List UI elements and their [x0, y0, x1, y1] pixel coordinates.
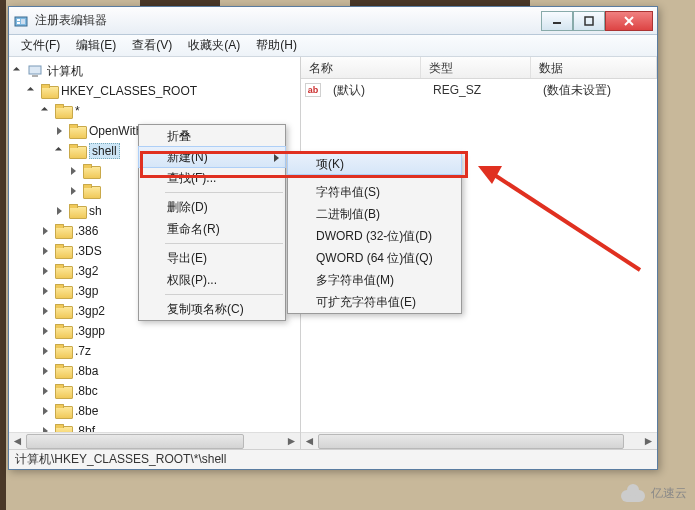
- window-title: 注册表编辑器: [35, 12, 541, 29]
- separator: [165, 243, 283, 244]
- ctx-permissions[interactable]: 权限(P)...: [139, 269, 285, 291]
- tree-label: .8bc: [75, 384, 98, 398]
- tree-label: .3gp2: [75, 304, 105, 318]
- scroll-left-icon[interactable]: ◄: [9, 434, 26, 449]
- menu-file[interactable]: 文件(F): [13, 35, 68, 56]
- svg-rect-2: [17, 22, 20, 24]
- twisty-icon[interactable]: [41, 325, 53, 337]
- ctx-new-expandstring[interactable]: 可扩充字符串值(E): [288, 291, 461, 313]
- scroll-left-icon[interactable]: ◄: [301, 434, 318, 449]
- menu-view[interactable]: 查看(V): [124, 35, 180, 56]
- tree-item[interactable]: .8bc: [13, 381, 300, 401]
- ctx-new-multistring[interactable]: 多字符串值(M): [288, 269, 461, 291]
- twisty-icon[interactable]: [41, 305, 53, 317]
- folder-icon: [69, 124, 85, 138]
- scroll-right-icon[interactable]: ►: [283, 434, 300, 449]
- ctx-new-dword[interactable]: DWORD (32-位)值(D): [288, 225, 461, 247]
- separator: [165, 294, 283, 295]
- ctx-rename[interactable]: 重命名(R): [139, 218, 285, 240]
- separator: [165, 192, 283, 193]
- tree-label: .3DS: [75, 244, 102, 258]
- tree-item[interactable]: .8be: [13, 401, 300, 421]
- ctx-find[interactable]: 查找(F)...: [139, 167, 285, 189]
- close-button[interactable]: [605, 11, 653, 31]
- tree-label: .8ba: [75, 364, 98, 378]
- svg-rect-1: [17, 19, 20, 21]
- separator: [314, 177, 459, 178]
- tree-hkey[interactable]: HKEY_CLASSES_ROOT: [13, 81, 300, 101]
- tree-item[interactable]: .8ba: [13, 361, 300, 381]
- twisty-icon[interactable]: [55, 205, 67, 217]
- twisty-icon[interactable]: [69, 185, 81, 197]
- context-menu: 折叠 新建(N) 查找(F)... 删除(D) 重命名(R) 导出(E) 权限(…: [138, 124, 286, 321]
- col-type[interactable]: 类型: [421, 57, 531, 78]
- twisty-icon[interactable]: [13, 65, 25, 77]
- tree-item[interactable]: .3gpp: [13, 321, 300, 341]
- string-value-icon: ab: [305, 83, 321, 97]
- list-header: 名称 类型 数据: [301, 57, 657, 79]
- statusbar: 计算机\HKEY_CLASSES_ROOT\*\shell: [9, 449, 657, 469]
- twisty-icon[interactable]: [55, 125, 67, 137]
- cloud-icon: [621, 484, 647, 502]
- ctx-delete[interactable]: 删除(D): [139, 196, 285, 218]
- twisty-icon[interactable]: [41, 385, 53, 397]
- twisty-icon[interactable]: [41, 225, 53, 237]
- menu-help[interactable]: 帮助(H): [248, 35, 305, 56]
- ctx-new-qword[interactable]: QWORD (64 位)值(Q): [288, 247, 461, 269]
- menu-favorites[interactable]: 收藏夹(A): [180, 35, 248, 56]
- twisty-icon[interactable]: [27, 85, 39, 97]
- twisty-icon[interactable]: [41, 105, 53, 117]
- folder-icon: [55, 324, 71, 338]
- folder-icon: [55, 284, 71, 298]
- folder-icon: [55, 224, 71, 238]
- list-hscrollbar[interactable]: ◄ ►: [301, 432, 657, 449]
- ctx-collapse[interactable]: 折叠: [139, 125, 285, 147]
- twisty-icon[interactable]: [41, 405, 53, 417]
- folder-icon: [83, 164, 99, 178]
- svg-rect-5: [585, 17, 593, 25]
- folder-icon: [41, 84, 57, 98]
- tree-label: .8be: [75, 404, 98, 418]
- tree-hscrollbar[interactable]: ◄ ►: [9, 432, 300, 449]
- folder-icon: [55, 404, 71, 418]
- twisty-icon[interactable]: [69, 165, 81, 177]
- computer-icon: [27, 64, 43, 78]
- twisty-icon[interactable]: [41, 245, 53, 257]
- tree-root[interactable]: 计算机: [13, 61, 300, 81]
- twisty-icon[interactable]: [55, 145, 67, 157]
- folder-icon: [55, 364, 71, 378]
- ctx-new-key[interactable]: 项(K): [287, 153, 462, 175]
- menubar: 文件(F) 编辑(E) 查看(V) 收藏夹(A) 帮助(H): [9, 35, 657, 57]
- menu-edit[interactable]: 编辑(E): [68, 35, 124, 56]
- titlebar[interactable]: 注册表编辑器: [9, 7, 657, 35]
- ctx-new[interactable]: 新建(N): [138, 146, 286, 168]
- tree-label: .386: [75, 224, 98, 238]
- twisty-icon[interactable]: [41, 345, 53, 357]
- folder-icon: [55, 244, 71, 258]
- twisty-icon[interactable]: [41, 265, 53, 277]
- ctx-new-binary[interactable]: 二进制值(B): [288, 203, 461, 225]
- twisty-icon[interactable]: [41, 285, 53, 297]
- folder-icon: [55, 104, 71, 118]
- folder-icon: [55, 384, 71, 398]
- folder-icon: [55, 344, 71, 358]
- ctx-copy-keyname[interactable]: 复制项名称(C): [139, 298, 285, 320]
- folder-icon: [55, 264, 71, 278]
- maximize-button[interactable]: [573, 11, 605, 31]
- watermark: 亿速云: [621, 484, 687, 502]
- ctx-new-string[interactable]: 字符串值(S): [288, 181, 461, 203]
- minimize-button[interactable]: [541, 11, 573, 31]
- app-icon: [13, 13, 29, 29]
- folder-icon: [83, 184, 99, 198]
- svg-rect-8: [29, 66, 41, 74]
- twisty-icon[interactable]: [41, 365, 53, 377]
- list-row[interactable]: ab (默认) REG_SZ (数值未设置): [301, 81, 657, 99]
- tree-item[interactable]: .7z: [13, 341, 300, 361]
- col-data[interactable]: 数据: [531, 57, 657, 78]
- ctx-export[interactable]: 导出(E): [139, 247, 285, 269]
- scroll-right-icon[interactable]: ►: [640, 434, 657, 449]
- tree-star[interactable]: *: [13, 101, 300, 121]
- submenu-arrow-icon: [274, 154, 279, 162]
- col-name[interactable]: 名称: [301, 57, 421, 78]
- cell-data: (数值未设置): [535, 79, 619, 102]
